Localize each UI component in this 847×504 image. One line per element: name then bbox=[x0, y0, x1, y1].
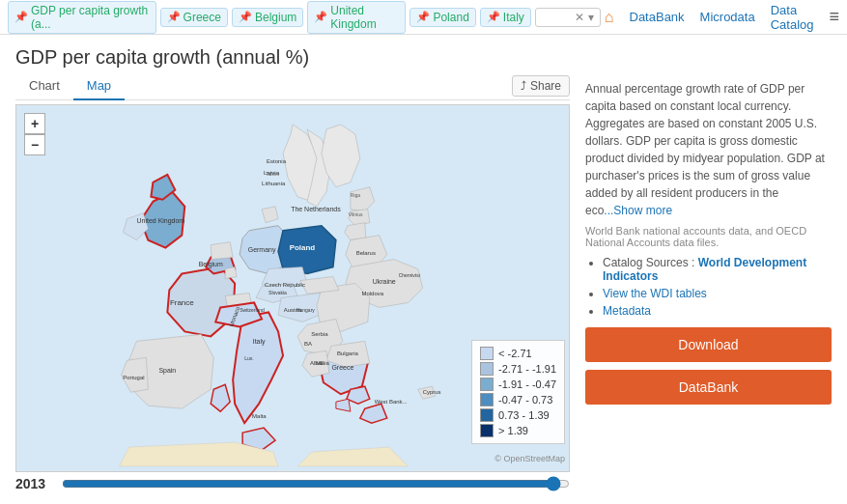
svg-text:Riga: Riga bbox=[351, 192, 360, 198]
attribution-text: © OpenStreetMap bbox=[494, 454, 565, 463]
attribution: © OpenStreetMap bbox=[494, 454, 565, 463]
legend-item-4: 0.73 - 1.39 bbox=[480, 408, 556, 422]
legend-swatch-2 bbox=[480, 378, 494, 391]
databank-button[interactable]: DataBank bbox=[585, 370, 832, 405]
pin-icon-uk: 📌 bbox=[314, 11, 327, 23]
svg-text:Bulgaria: Bulgaria bbox=[337, 350, 359, 356]
legend-item-1: -2.71 - -1.91 bbox=[480, 362, 556, 376]
zoom-controls: + − bbox=[24, 113, 45, 155]
pin-icon-greece: 📌 bbox=[167, 11, 181, 23]
right-panel: Annual percentage growth rate of GDP per… bbox=[585, 72, 832, 495]
map-legend: < -2.71 -2.71 - -1.91 -1.91 - -0.47 -0.4… bbox=[471, 340, 565, 444]
legend-item-5: > 1.39 bbox=[480, 424, 556, 437]
zoom-out-button[interactable]: − bbox=[24, 134, 45, 155]
metadata-link[interactable]: Metadata bbox=[603, 304, 651, 318]
catalog-item-metadata[interactable]: Metadata bbox=[603, 304, 832, 318]
tag-poland[interactable]: 📌 Poland bbox=[409, 8, 475, 27]
legend-swatch-3 bbox=[480, 393, 494, 406]
home-icon[interactable]: ⌂ bbox=[605, 9, 614, 26]
legend-label-3: -0.47 - 0.73 bbox=[498, 394, 552, 406]
nav-databank-link[interactable]: DataBank bbox=[630, 10, 685, 24]
year-bar: 2013 bbox=[15, 472, 570, 495]
legend-swatch-1 bbox=[480, 362, 494, 376]
tag-greece[interactable]: 📌 Greece bbox=[160, 8, 228, 27]
svg-text:Ukraine: Ukraine bbox=[373, 278, 396, 285]
left-panel: Chart Map ⤴ Share bbox=[15, 72, 570, 495]
pin-icon: 📌 bbox=[14, 11, 28, 23]
catalog-item-sources: Catalog Sources : World Development Indi… bbox=[603, 256, 832, 283]
svg-text:Spain: Spain bbox=[158, 367, 176, 375]
tab-map[interactable]: Map bbox=[73, 72, 125, 100]
svg-text:West Bank...: West Bank... bbox=[375, 399, 408, 405]
tag-search[interactable]: ✕ ▾ bbox=[535, 8, 601, 27]
svg-text:Vilnius: Vilnius bbox=[349, 211, 363, 217]
tag-uk-label: United Kingdom bbox=[330, 4, 399, 31]
search-input[interactable] bbox=[542, 11, 571, 24]
show-more-link[interactable]: ...Show more bbox=[604, 204, 672, 217]
svg-text:Italy: Italy bbox=[253, 338, 266, 346]
nav-datacatalog-link[interactable]: Data Catalog bbox=[771, 3, 814, 32]
map-container: France Belgium United Kingdom Poland Ger… bbox=[15, 104, 570, 472]
svg-text:Cyprus: Cyprus bbox=[423, 389, 441, 395]
share-button-label: Share bbox=[530, 79, 561, 93]
svg-text:Portugal: Portugal bbox=[123, 375, 144, 380]
close-icon[interactable]: ✕ bbox=[575, 11, 584, 24]
description-body: Annual percentage growth rate of GDP per… bbox=[585, 82, 825, 217]
svg-text:Slovakia: Slovakia bbox=[268, 290, 287, 295]
download-button[interactable]: Download bbox=[585, 327, 832, 362]
share-button[interactable]: ⤴ Share bbox=[512, 75, 570, 97]
dropdown-icon[interactable]: ▾ bbox=[588, 11, 594, 24]
tag-italy-label: Italy bbox=[503, 11, 524, 24]
svg-text:Hungary: Hungary bbox=[296, 307, 315, 313]
legend-label-1: -2.71 - -1.91 bbox=[498, 363, 556, 375]
legend-item-2: -1.91 - -0.47 bbox=[480, 378, 556, 391]
description-text: Annual percentage growth rate of GDP per… bbox=[585, 80, 832, 219]
tag-gdp-label: GDP per capita growth (a... bbox=[31, 4, 150, 31]
legend-item-0: < -2.71 bbox=[480, 347, 556, 360]
svg-text:Greece: Greece bbox=[331, 364, 353, 371]
svg-text:Tallinn: Tallinn bbox=[266, 171, 279, 177]
svg-text:United Kingdom: United Kingdom bbox=[137, 217, 185, 225]
tag-belgium[interactable]: 📌 Belgium bbox=[232, 8, 303, 27]
tag-belgium-label: Belgium bbox=[255, 11, 296, 24]
svg-text:Moldova: Moldova bbox=[362, 291, 384, 296]
hamburger-icon[interactable]: ≡ bbox=[829, 7, 839, 27]
main-content: Chart Map ⤴ Share bbox=[0, 72, 847, 495]
legend-item-3: -0.47 - 0.73 bbox=[480, 393, 556, 406]
tag-gdp[interactable]: 📌 GDP per capita growth (a... bbox=[8, 1, 156, 34]
year-slider[interactable] bbox=[62, 476, 570, 491]
nav-microdata-link[interactable]: Microdata bbox=[700, 10, 755, 24]
legend-label-5: > 1.39 bbox=[498, 425, 528, 436]
tag-uk[interactable]: 📌 United Kingdom bbox=[307, 1, 406, 34]
nav-right: ⌂ DataBank Microdata Data Catalog ≡ bbox=[605, 3, 839, 32]
tag-greece-label: Greece bbox=[184, 11, 221, 24]
svg-text:Czech Republic: Czech Republic bbox=[265, 282, 305, 288]
svg-text:BA: BA bbox=[304, 341, 312, 347]
pin-icon-italy: 📌 bbox=[487, 11, 500, 23]
top-navigation: 📌 GDP per capita growth (a... 📌 Greece 📌… bbox=[0, 0, 847, 35]
svg-text:Lithuania: Lithuania bbox=[262, 181, 286, 186]
catalog-list: Catalog Sources : World Development Indi… bbox=[585, 256, 832, 318]
svg-text:Serbia: Serbia bbox=[311, 331, 328, 337]
legend-swatch-0 bbox=[480, 347, 494, 360]
legend-label-4: 0.73 - 1.39 bbox=[498, 409, 550, 421]
catalog-item-wdi[interactable]: View the WDI tables bbox=[603, 287, 832, 300]
zoom-in-button[interactable]: + bbox=[24, 113, 45, 134]
source-text: World Bank national accounts data, and O… bbox=[585, 225, 832, 248]
svg-text:Belgium: Belgium bbox=[199, 261, 223, 268]
view-wdi-link[interactable]: View the WDI tables bbox=[603, 287, 707, 300]
legend-swatch-5 bbox=[480, 424, 494, 437]
svg-text:Poland: Poland bbox=[290, 243, 316, 252]
tabs-bar: Chart Map ⤴ Share bbox=[15, 72, 570, 100]
tag-italy[interactable]: 📌 Italy bbox=[480, 8, 531, 27]
tab-chart[interactable]: Chart bbox=[15, 72, 73, 100]
legend-label-2: -1.91 - -0.47 bbox=[498, 378, 556, 390]
legend-label-0: < -2.71 bbox=[498, 348, 532, 359]
svg-text:ME: ME bbox=[316, 360, 325, 366]
svg-text:Switzerland: Switzerland bbox=[240, 307, 265, 313]
page-title: GDP per capita growth (annual %) bbox=[15, 46, 832, 69]
share-icon: ⤴ bbox=[521, 79, 526, 93]
page-header: GDP per capita growth (annual %) bbox=[0, 35, 847, 72]
pin-icon-poland: 📌 bbox=[416, 11, 430, 23]
svg-text:France: France bbox=[170, 298, 194, 307]
